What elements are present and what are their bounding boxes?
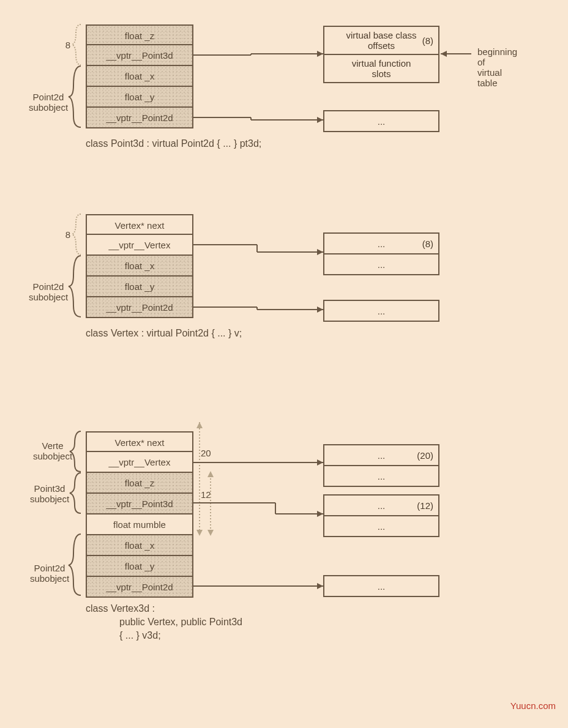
cell-float-x-2: float _x: [86, 256, 193, 277]
point3d-caption: class Point3d : virtual Point2d { ... } …: [86, 138, 261, 149]
vertex3d-caption-3: { ... } v3d;: [119, 630, 161, 641]
size-8-label-2: 8: [58, 229, 70, 240]
point3d-subobject-label: Point3d subobject: [26, 483, 73, 504]
point2d-subobject-label-2: Point2d subobject: [24, 281, 72, 302]
svg-marker-23: [207, 530, 214, 536]
vtable-row: ...: [324, 576, 438, 596]
cell-vertex-next-3: Vertex* next: [86, 431, 193, 452]
cell-float-x-3: float _x: [86, 535, 193, 556]
cell-vptr-point3d-3: __vptr__Point3d: [86, 494, 193, 514]
point2d-subobject-label-3: Point2d subobject: [26, 563, 73, 584]
point3d-stack: float _z __vptr__Point3d float _x float …: [86, 24, 193, 128]
svg-marker-17: [317, 306, 323, 313]
vtable-vertex: ... (8) ...: [323, 232, 439, 275]
svg-marker-13: [317, 249, 323, 255]
cell-float-x: float _x: [86, 66, 193, 87]
cell-vptr-vertex: __vptr__Vertex: [86, 235, 193, 256]
vertex-stack: Vertex* next __vptr__Vertex float _x flo…: [86, 214, 193, 318]
vtable-row: ...: [324, 465, 438, 486]
svg-marker-30: [317, 511, 323, 517]
svg-marker-9: [441, 51, 447, 57]
watermark: Yuucn.com: [510, 700, 556, 711]
vtable-point2d-3: ...: [323, 575, 439, 597]
vtable-row: ...: [324, 111, 438, 131]
size-8-label: 8: [58, 40, 70, 50]
vtable-row: ...: [324, 515, 438, 536]
vertex3d-stack: Vertex* next __vptr__Vertex float _z __v…: [86, 431, 193, 598]
svg-marker-33: [317, 583, 323, 589]
vtable-point2d-2: ...: [323, 300, 439, 322]
vertex3d-caption-1: class Vertex3d :: [86, 603, 155, 614]
vtable-note: beginning of virtual table: [477, 46, 539, 88]
svg-marker-22: [207, 471, 214, 477]
vtable-row: ... (8): [324, 234, 438, 253]
cell-vptr-point2d-3: __vptr__Point2d: [86, 577, 193, 598]
cell-float-mumble: float mumble: [86, 514, 193, 535]
svg-marker-19: [196, 422, 203, 428]
svg-marker-7: [317, 117, 323, 123]
offset-20: 20: [201, 448, 219, 458]
svg-marker-20: [196, 530, 203, 536]
vtable-vertex-3: ... (20) ...: [323, 444, 439, 487]
cell-vptr-point2d: __vptr__Point2d: [86, 108, 193, 128]
cell-float-z-3: float _z: [86, 473, 193, 494]
cell-vptr-vertex-3: __vptr__Vertex: [86, 452, 193, 473]
vertex-caption: class Vertex : virtual Point2d { ... } v…: [86, 328, 242, 339]
cell-float-y: float _y: [86, 87, 193, 108]
cell-vptr-point3d: __vptr__Point3d: [86, 45, 193, 66]
vtable-base-offsets: virtual base class offsets (8): [324, 27, 438, 54]
vtable-point2d-1: ...: [323, 110, 439, 132]
svg-marker-26: [317, 459, 323, 466]
vtable-row: ... (12): [324, 496, 438, 515]
vtable-point3d-3: ... (12) ...: [323, 494, 439, 537]
vertex-subobject-label: Verte subobject: [29, 440, 77, 461]
vtable-point3d: virtual base class offsets (8) virtual f…: [323, 26, 439, 83]
vtable-func-slots: virtual function slots: [324, 54, 438, 82]
vtable-row: ...: [324, 253, 438, 274]
cell-vptr-point2d-2: __vptr__Point2d: [86, 297, 193, 318]
offset-12: 12: [201, 489, 219, 500]
point2d-subobject-label: Point2d subobject: [24, 92, 72, 113]
vtable-row: ... (20): [324, 445, 438, 465]
cell-float-z: float _z: [86, 24, 193, 45]
cell-vertex-next: Vertex* next: [86, 214, 193, 235]
svg-marker-3: [317, 51, 323, 57]
vtable-row: ...: [324, 301, 438, 321]
vertex3d-caption-2: public Vertex, public Point3d: [119, 617, 242, 628]
cell-float-y-3: float _y: [86, 556, 193, 577]
cell-float-y-2: float _y: [86, 277, 193, 297]
